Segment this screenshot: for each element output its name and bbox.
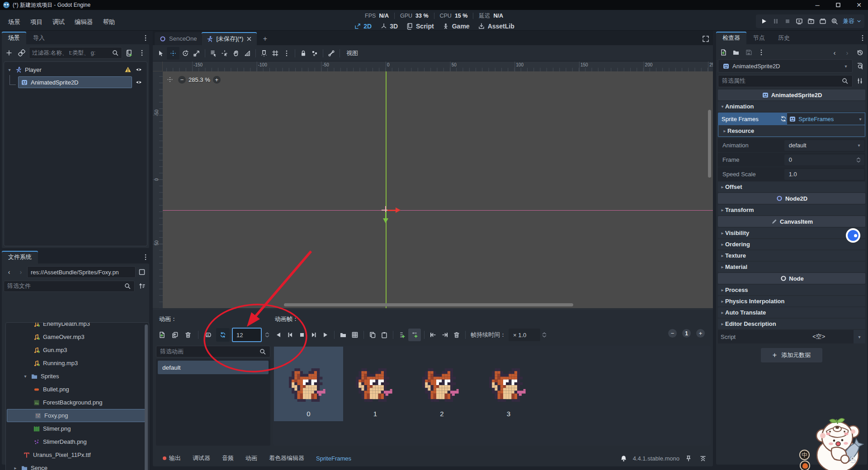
ruler-tool-button[interactable] [242,48,253,59]
tab-inspector[interactable]: 检查器 [716,32,746,44]
zoom-level[interactable]: 285.3 % [189,76,210,83]
smart-snap-button[interactable] [259,48,269,59]
bottom-tab-着色器编辑器[interactable]: 着色器编辑器 [264,450,310,466]
scene-tab-unsaved[interactable]: [未保存](*) [202,32,257,45]
file-item[interactable]: Bullet.png [6,383,149,396]
file-item[interactable]: Slimer.png [6,422,149,435]
split-mode-button[interactable] [137,267,147,277]
tool-badge[interactable] [800,461,810,470]
tree-node-animatedsprite2d[interactable]: AnimatedSprite2D [5,76,146,89]
zoom-in-button[interactable]: + [213,76,221,84]
frame-tile-0[interactable]: 0 [274,347,343,421]
delete-animation-button[interactable] [183,329,193,340]
center-view-button[interactable] [165,74,175,85]
load-resource-button[interactable] [731,47,741,58]
move-frame-left-button[interactable] [428,329,439,340]
play-backwards-step-button[interactable] [285,329,296,340]
move-frame-right-button[interactable] [439,329,450,340]
section-offset[interactable]: ▸Offset [718,182,865,192]
property-script[interactable]: Script <空> ▾ [718,330,865,343]
close-button[interactable]: ✕ [850,0,868,10]
movie-folder-button[interactable] [817,16,828,27]
pivot-tool-button[interactable] [219,48,230,59]
bottom-tab-音频[interactable]: 音频 [217,450,239,466]
bottom-tab-调试器[interactable]: 调试器 [187,450,216,466]
notification-bell-icon[interactable] [618,453,629,464]
viewport[interactable]: -150-100-50050100150200250 -50050 − 285.… [153,61,713,308]
zoom-out-button[interactable]: − [178,76,186,84]
resource-menu-button[interactable] [756,47,767,58]
lock-button[interactable] [298,48,309,59]
scene-dock-menu-button[interactable] [140,32,151,44]
property-label-cell[interactable]: Sprite Frames [718,113,787,125]
bottom-tab-动画[interactable]: 动画 [240,450,263,466]
renderer-select[interactable]: 兼容 [843,16,862,27]
inspector-tools-button[interactable] [854,75,865,86]
fps-input[interactable]: 12 [232,328,262,342]
vertical-scrollbar[interactable] [708,110,711,178]
animation-item-default[interactable]: default [158,361,269,374]
file-item[interactable]: GameOver.mp3 [6,330,149,343]
horizontal-scrollbar[interactable] [284,303,573,306]
add-metadata-button[interactable]: +添加元数据 [761,348,822,362]
file-item[interactable]: ▾Sprites [6,370,149,383]
play-anim-button[interactable] [320,329,331,340]
property-value-field[interactable]: 1.0 [784,169,864,180]
tab-node[interactable]: 节点 [747,32,771,44]
section-material[interactable]: ▸Material [718,262,865,272]
frame-duration-input[interactable]: × 1.0 [509,329,540,341]
grid-snap-button[interactable] [270,48,281,59]
section-transform[interactable]: ▸Transform [718,205,865,215]
pause-button[interactable] [770,16,781,27]
history-button[interactable] [854,47,865,58]
section-ordering[interactable]: ▸Ordering [718,239,865,249]
menu-help[interactable]: 帮助 [99,16,120,28]
menu-project[interactable]: 项目 [26,16,47,28]
anim-filter-input[interactable]: 筛选动画 [156,346,270,357]
expand-bottom-panel-button[interactable] [698,453,708,464]
frames-zoom-reset-button[interactable]: 1 [682,329,691,338]
nav-back-button[interactable]: ‹ [4,267,14,277]
profiler-button[interactable] [829,16,840,27]
new-animation-button[interactable] [156,329,167,340]
duplicate-animation-button[interactable] [170,329,180,340]
workspace-3d[interactable]: 3D [378,23,400,30]
file-filter-input[interactable]: 筛选文件 [4,281,135,292]
group-button[interactable] [309,48,320,59]
file-item[interactable]: SlimerDeath.png [6,435,149,448]
view-menu-button[interactable]: 视图 [343,49,362,57]
section-animation[interactable]: ▾Animation [718,101,865,112]
tree-node-player[interactable]: ▾Player [5,63,146,76]
scene-tree-menu-button[interactable] [137,47,147,58]
snap-options-button[interactable] [281,48,292,59]
resource-section[interactable]: ▸Resource [718,125,865,137]
minimize-button[interactable]: ─ [808,0,826,10]
workspace-assetlib[interactable]: AssetLib [476,23,516,30]
rotate-tool-button[interactable] [180,48,191,59]
loop-button[interactable] [216,328,230,342]
section-texture[interactable]: ▸Texture [718,250,865,261]
file-item[interactable]: EnemyDeath.mp3 [6,322,149,330]
paste-frame-button[interactable] [379,329,390,340]
section-process[interactable]: ▸Process [718,285,865,295]
insert-before-button[interactable] [396,329,407,340]
spinner-icon[interactable] [855,155,862,165]
duration-spinner[interactable] [541,329,547,340]
pan-tool-button[interactable] [231,48,241,59]
save-resource-button[interactable] [743,47,754,58]
tab-filesystem[interactable]: 文件系统 [2,251,38,263]
frames-zoom-in-button[interactable]: + [696,329,705,338]
tab-import[interactable]: 导入 [27,32,51,44]
workspace-game[interactable]: Game [440,23,472,30]
property-sprite-frames[interactable]: Sprite Frames SpriteFrames▾ [718,113,865,125]
scene-filter-input[interactable]: 过滤器:名称、 t:类型、 g: [29,47,122,59]
move-tool-button[interactable] [167,47,179,60]
tab-history[interactable]: 历史 [772,32,796,44]
new-resource-button[interactable] [718,47,729,58]
property-filter-input[interactable]: 筛选属性 [718,75,853,87]
add-frames-sheet-button[interactable] [349,329,360,340]
property-value-field[interactable]: default▾ [784,140,864,151]
file-item-selected[interactable]: Foxy.png [7,409,145,422]
stop-anim-button[interactable] [297,329,307,340]
sort-files-button[interactable] [137,281,147,291]
